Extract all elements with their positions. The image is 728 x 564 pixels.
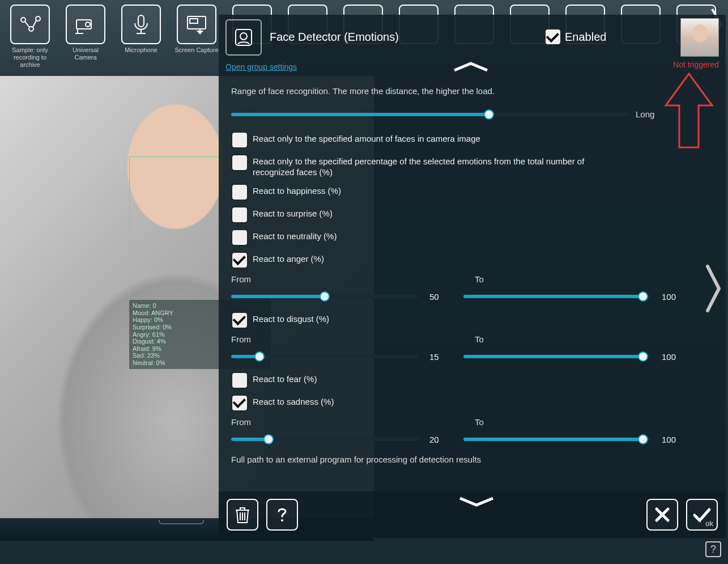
modal-footer: ok	[219, 491, 726, 538]
help-button[interactable]	[266, 499, 298, 531]
svg-rect-13	[190, 19, 198, 23]
sadness-from-slider[interactable]	[231, 438, 418, 441]
check-label: React only to the specified amount of fa…	[253, 132, 480, 145]
anger-from-slider[interactable]	[231, 295, 418, 298]
camera-icon	[66, 5, 105, 44]
svg-point-6	[86, 22, 90, 27]
face-detector-modal: Face Detector (Emotions) Enabled Open gr…	[219, 15, 726, 538]
checkbox[interactable]	[231, 132, 248, 149]
svg-point-15	[240, 33, 247, 40]
from-label: From	[231, 274, 475, 284]
tool-label: Screen Capture	[174, 46, 218, 54]
sadness-to-slider[interactable]	[463, 438, 650, 441]
tool-label: Microphone	[125, 46, 157, 54]
check-disgust[interactable]: React to disgust (%)	[231, 312, 713, 329]
sadness-to-value: 100	[662, 435, 684, 444]
tool-microphone[interactable]: Microphone	[117, 5, 165, 54]
preview-thumbnail	[680, 18, 719, 57]
open-group-settings-link[interactable]: Open group settings	[225, 62, 297, 71]
to-label: To	[475, 334, 484, 344]
modal-header: Face Detector (Emotions) Enabled Open gr…	[219, 15, 726, 76]
svg-line-3	[25, 22, 29, 27]
check-happiness[interactable]: React to happiness (%)	[231, 184, 713, 201]
screen-capture-icon	[177, 5, 216, 44]
svg-point-2	[36, 16, 40, 21]
face-detector-icon	[225, 19, 262, 56]
svg-line-4	[33, 20, 36, 27]
checkbox[interactable]	[231, 252, 248, 269]
svg-rect-9	[138, 15, 144, 27]
check-label: React to surprise (%)	[253, 206, 333, 219]
check-label: React to happiness (%)	[253, 184, 341, 197]
tool-label: Sample: only recording to archive	[6, 46, 54, 69]
tool-universal-camera[interactable]: Universal Camera	[61, 5, 110, 61]
from-label: From	[231, 334, 475, 344]
check-fear[interactable]: React to fear (%)	[231, 372, 713, 389]
delete-button[interactable]	[227, 499, 258, 531]
anger-range: From To 50 100	[231, 274, 713, 302]
anger-from-value: 50	[429, 292, 452, 302]
checkbox[interactable]	[231, 184, 248, 201]
question-icon	[274, 504, 290, 525]
checkbox[interactable]	[231, 372, 248, 389]
svg-rect-5	[76, 20, 91, 29]
disgust-to-value: 100	[662, 352, 684, 362]
disgust-range: From To 15 100	[231, 334, 713, 362]
anger-to-value: 100	[662, 292, 684, 302]
check-label: React to fear (%)	[253, 372, 317, 385]
sadness-range: From To 20 100	[231, 417, 713, 444]
checkbox[interactable]	[231, 395, 248, 412]
collapse-down-icon[interactable]	[457, 495, 496, 508]
range-end-label: Long	[636, 109, 661, 119]
tool-screen-capture[interactable]: Screen Capture	[172, 5, 221, 54]
modal-title: Face Detector (Emotions)	[270, 31, 399, 44]
enabled-toggle[interactable]: Enabled	[544, 28, 606, 45]
check-surprise[interactable]: React to surprise (%)	[231, 206, 713, 223]
to-label: To	[475, 274, 484, 284]
checkbox[interactable]	[231, 154, 248, 171]
check-pct-emotions[interactable]: React only to the specified percentage o…	[231, 154, 713, 178]
checkbox[interactable]	[231, 229, 248, 246]
check-amount-faces[interactable]: React only to the specified amount of fa…	[231, 132, 713, 149]
microphone-icon	[121, 5, 161, 44]
cancel-button[interactable]	[646, 499, 678, 531]
ext-program-label: Full path to an external program for pro…	[231, 455, 713, 464]
tool-label: Universal Camera	[61, 46, 110, 61]
disgust-from-value: 15	[429, 352, 452, 362]
check-anger[interactable]: React to anger (%)	[231, 252, 713, 269]
svg-rect-14	[236, 29, 252, 45]
check-label: React to disgust (%)	[253, 312, 329, 325]
svg-point-1	[29, 27, 33, 31]
graph-icon	[10, 5, 50, 44]
check-label: React to sadness (%)	[253, 395, 334, 408]
range-description: Range of face recognition. The more the …	[231, 86, 713, 96]
trash-icon	[233, 504, 252, 525]
check-sadness[interactable]: React to sadness (%)	[231, 395, 713, 412]
check-label: React to anger (%)	[253, 252, 324, 265]
ok-label: ok	[705, 519, 713, 528]
recognition-range-slider-row: Long	[231, 109, 713, 119]
disgust-from-slider[interactable]	[231, 355, 418, 358]
enabled-label: Enabled	[565, 31, 606, 44]
to-label: To	[475, 417, 484, 427]
anger-to-slider[interactable]	[463, 295, 650, 298]
trigger-status: Not triggered	[673, 60, 719, 69]
tool-sample-archive[interactable]: Sample: only recording to archive	[6, 5, 54, 69]
recognition-range-slider[interactable]	[231, 113, 628, 116]
disgust-to-slider[interactable]	[463, 355, 650, 358]
enabled-checkbox[interactable]	[544, 28, 561, 45]
svg-point-0	[21, 18, 25, 22]
check-label: React only to the specified percentage o…	[253, 154, 615, 178]
modal-body: Range of face recognition. The more the …	[219, 76, 726, 491]
collapse-up-icon[interactable]	[451, 60, 491, 74]
global-help-button[interactable]: ?	[705, 541, 721, 557]
checkbox[interactable]	[231, 312, 248, 329]
close-icon	[653, 506, 671, 524]
svg-point-20	[281, 519, 283, 521]
scroll-next-icon[interactable]	[705, 263, 722, 314]
checkbox[interactable]	[231, 206, 248, 223]
check-label: React to neutrality (%)	[253, 229, 337, 242]
from-label: From	[231, 417, 475, 427]
check-neutrality[interactable]: React to neutrality (%)	[231, 229, 713, 246]
sadness-from-value: 20	[429, 435, 452, 444]
